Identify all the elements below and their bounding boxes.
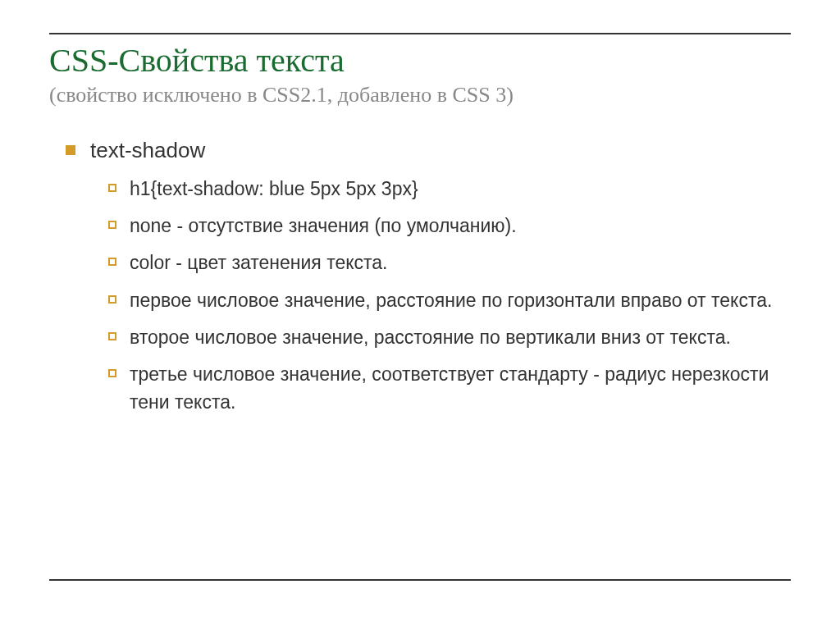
- list-item: третье числовое значение, соответствует …: [108, 361, 791, 416]
- list-item-label: первое числовое значение, расстояние по …: [130, 290, 772, 311]
- rule-bottom: [49, 579, 791, 581]
- slide: CSS-Свойства текста (свойство исключено …: [0, 0, 840, 630]
- list-item-label: третье числовое значение, соответствует …: [130, 363, 769, 412]
- list-item-label: h1{text-shadow: blue 5px 5px 3px}: [130, 178, 418, 199]
- slide-title: CSS-Свойства текста: [49, 43, 791, 79]
- list-item: второе числовое значение, расстояние по …: [108, 324, 791, 351]
- list-item: первое числовое значение, расстояние по …: [108, 287, 791, 314]
- bullet-list-level2: h1{text-shadow: blue 5px 5px 3px} none -…: [108, 176, 791, 416]
- rule-top: [49, 33, 791, 34]
- list-item-label: второе числовое значение, расстояние по …: [130, 326, 731, 348]
- list-item: h1{text-shadow: blue 5px 5px 3px}: [108, 176, 791, 203]
- list-item: none - отсутствие значения (по умолчанию…: [108, 212, 791, 240]
- bullet-list-level1: text-shadow h1{text-shadow: blue 5px 5px…: [66, 137, 791, 416]
- list-item-label: text-shadow: [90, 138, 205, 162]
- slide-subtitle: (свойство исключено в CSS2.1, добавлено …: [49, 82, 791, 107]
- list-item: color - цвет затенения текста.: [108, 249, 791, 276]
- list-item: text-shadow h1{text-shadow: blue 5px 5px…: [66, 137, 791, 416]
- list-item-label: color - цвет затенения текста.: [130, 252, 388, 273]
- list-item-label: none - отсутствие значения (по умолчанию…: [130, 215, 517, 236]
